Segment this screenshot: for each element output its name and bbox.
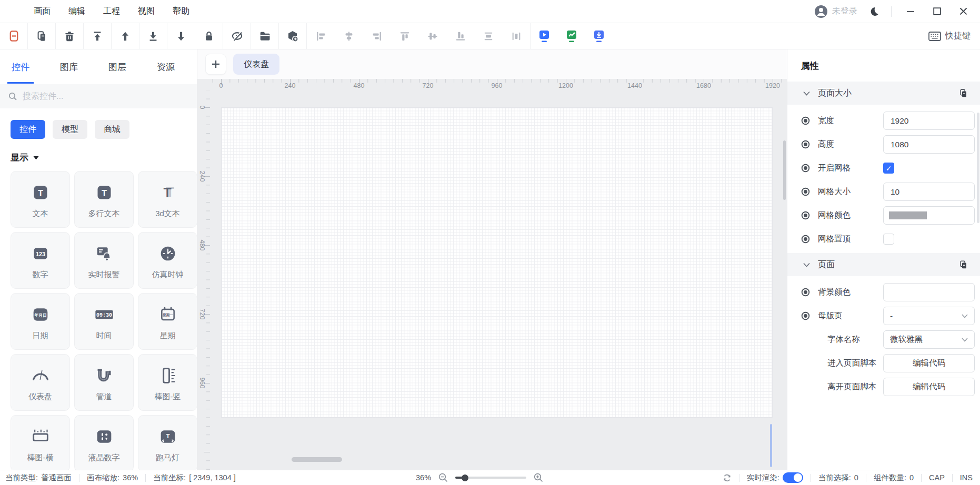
lock-icon[interactable] [195,23,223,49]
grid-enable-checkbox[interactable]: ✓ [883,163,894,174]
titlebar-divider [891,6,892,17]
widget-card-time[interactable]: 09:30 时间 [74,293,134,350]
maximize-icon[interactable] [929,4,944,19]
master-page-select[interactable]: - [883,307,975,325]
widget-card-text[interactable]: T 文本 [11,171,70,228]
align-bottom-icon[interactable] [446,23,474,49]
realtime-render-toggle[interactable] [783,472,803,483]
refresh-icon[interactable] [723,473,732,482]
file-icon[interactable] [0,23,28,49]
align-right-icon[interactable] [363,23,391,49]
zoom-slider-handle[interactable] [462,474,468,481]
move-up-icon[interactable] [112,23,139,49]
folder-icon[interactable] [251,23,279,49]
model-add-icon[interactable] [279,23,307,49]
align-vcenter-icon[interactable] [335,23,363,49]
align-left-icon[interactable] [307,23,335,49]
tab-gallery[interactable]: 图库 [58,50,80,84]
align-top-icon[interactable] [391,23,418,49]
enter-script-edit-button[interactable]: 编辑代码 [883,354,975,372]
design-page[interactable] [221,107,773,418]
widget-card-marquee[interactable]: T 跑马灯 [138,415,197,470]
svg-text:123: 123 [35,250,45,257]
widget-card-lcd-number[interactable]: 液晶数字 [74,415,134,470]
widget-card-realtime-alarm[interactable]: 实时报警 [74,232,134,289]
section-display[interactable]: 显示 [0,139,197,170]
move-top-icon[interactable] [84,23,112,49]
filter-market-button[interactable]: 商城 [95,120,129,139]
bg-color-input[interactable] [883,283,975,301]
grid-size-input[interactable] [883,183,975,201]
widget-card-date[interactable]: 年月日 日期 [11,293,70,350]
user-account[interactable]: 未登录 [814,5,857,18]
menu-item-screen[interactable]: 画面 [34,6,51,17]
font-name-select[interactable]: 微软雅黑 [883,330,975,349]
widget-label: 液晶数字 [88,453,120,463]
svg-text:星期一: 星期一 [162,312,173,317]
canvas-viewport[interactable] [210,90,787,470]
width-input[interactable] [883,112,975,130]
tab-resources[interactable]: 资源 [155,50,177,84]
svg-text:年月日: 年月日 [34,312,47,317]
close-icon[interactable] [956,4,971,19]
widget-card-bar-horizontal[interactable]: 棒图-横 [11,415,70,470]
panel-scrollbar[interactable] [977,113,979,223]
canvas-region: 仪表盘 0 240 480 720 960 1200 1440 1680 192… [197,49,787,470]
widget-card-gauge[interactable]: 仪表盘 [11,354,70,411]
widget-card-sim-clock[interactable]: 仿真时钟 [138,232,197,289]
section-page[interactable]: 页面 [787,253,980,276]
preview-button[interactable] [531,23,558,49]
avatar-icon [814,5,828,18]
widget-label: 仿真时钟 [152,270,184,280]
zoom-slider[interactable] [455,477,526,479]
grid-color-picker[interactable] [883,206,975,225]
widget-card-3d-text[interactable]: TT 3d文本 [138,171,197,228]
distribute-horizontal-icon[interactable] [502,23,530,49]
minimize-icon[interactable] [903,4,918,19]
widget-card-bar-vertical[interactable]: 棒图-竖 [138,354,197,411]
widget-card-number[interactable]: 123 数字 [11,232,70,289]
h-ruler-label: 0 [219,82,223,89]
move-down-icon[interactable] [167,23,195,49]
zoom-in-icon[interactable] [534,473,543,482]
search-input[interactable] [23,92,188,101]
menu-item-view[interactable]: 视图 [138,6,155,17]
menu-item-project[interactable]: 工程 [103,6,120,17]
download-button[interactable] [585,23,613,49]
chart-run-button[interactable] [558,23,585,49]
add-page-button[interactable] [205,54,226,75]
copy-section-icon[interactable] [959,89,967,98]
vertical-scrollbar[interactable] [783,140,786,200]
delete-icon[interactable] [56,23,84,49]
filter-widgets-button[interactable]: 控件 [11,120,45,139]
copy-section-icon[interactable] [959,260,967,269]
widget-card-multiline-text[interactable]: T 多行文本 [74,171,134,228]
leave-script-edit-button[interactable]: 编辑代码 [883,378,975,396]
align-hcenter-icon[interactable] [418,23,446,49]
horizontal-scrollbar[interactable] [292,457,342,462]
duplicate-icon[interactable] [28,23,56,49]
widget-card-pipe[interactable]: 管道 [74,354,134,411]
v-ruler-label: 0 [198,97,206,118]
bar-horizontal-icon [29,425,52,449]
tab-layers[interactable]: 图层 [106,50,128,84]
section-title: 页面大小 [818,88,852,99]
zoom-out-icon[interactable] [438,473,448,482]
tab-widgets[interactable]: 控件 [9,50,32,84]
hide-icon[interactable] [223,23,251,49]
theme-moon-icon[interactable] [869,6,879,17]
filter-models-button[interactable]: 模型 [53,120,87,139]
widget-card-week[interactable]: 星期一 星期 [138,293,197,350]
menu-item-edit[interactable]: 编辑 [68,6,85,17]
distribute-vertical-icon[interactable] [474,23,502,49]
section-page-size[interactable]: 页面大小 [787,82,980,105]
height-input[interactable] [883,135,975,154]
grid-top-checkbox[interactable] [883,234,894,245]
page-tab-dashboard[interactable]: 仪表盘 [233,54,279,75]
menu-item-help[interactable]: 帮助 [173,6,189,17]
move-bottom-icon[interactable] [139,23,167,49]
shortcut-keys-button[interactable]: 快捷键 [945,31,971,42]
master-page-value: - [890,311,893,321]
h-ruler-label: 1440 [627,82,642,89]
time-icon: 09:30 [93,302,116,327]
